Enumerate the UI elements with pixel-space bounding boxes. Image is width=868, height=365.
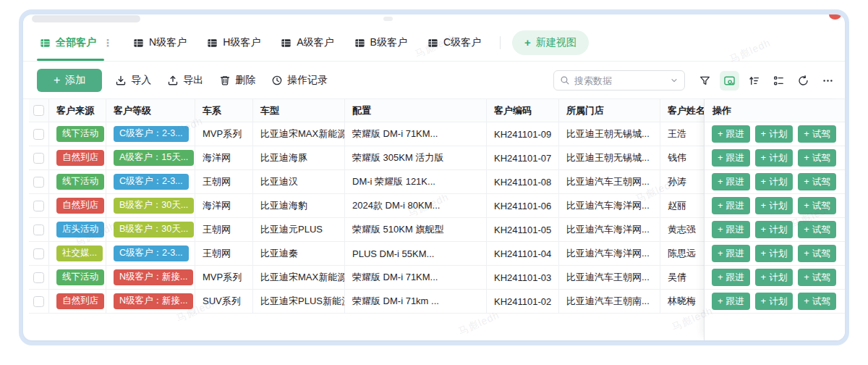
cell-source: 自然到店 <box>49 290 106 313</box>
row-checkbox[interactable] <box>29 266 49 289</box>
level-badge: B级客户：30天... <box>114 222 194 238</box>
cell-config: 2024款 DM-i 80KM... <box>345 194 487 217</box>
cell-config: 荣耀版 510KM 旗舰型 <box>345 218 487 241</box>
plan-button[interactable]: 计划 <box>755 269 793 286</box>
col-series: 车系 <box>195 99 253 122</box>
cell-config: 荣耀版 DM-i 71km ... <box>345 290 487 313</box>
plus-icon <box>718 248 723 259</box>
row-checkbox[interactable] <box>29 146 49 169</box>
group-button[interactable] <box>769 71 788 91</box>
delete-button[interactable]: 删除 <box>219 74 255 87</box>
test-drive-button[interactable]: 试驾 <box>798 173 836 190</box>
export-button[interactable]: 导出 <box>167 74 203 87</box>
cell-series: 海洋网 <box>195 146 253 169</box>
source-badge: 自然到店 <box>56 150 104 166</box>
row-checkbox[interactable] <box>29 170 49 193</box>
plus-icon <box>761 248 767 259</box>
cell-series: MVP系列 <box>195 122 253 146</box>
cell-code: KH241101-06 <box>487 194 559 217</box>
table-row[interactable]: 线下活动 N级客户：新接... MVP系列 比亚迪宋MAX新能源 荣耀版 DM-… <box>29 266 704 290</box>
test-drive-button[interactable]: 试驾 <box>798 221 836 238</box>
source-badge: 社交媒... <box>56 246 103 261</box>
ops-row: 跟进 计划 试驾 <box>705 122 845 146</box>
add-button[interactable]: 添加 <box>37 69 102 92</box>
table-row[interactable]: 自然到店 A级客户：15天... 海洋网 比亚迪海豚 荣耀版 305KM 活力版… <box>29 146 704 170</box>
cell-level: C级客户：2-3... <box>106 242 195 265</box>
refresh-icon <box>797 75 809 87</box>
export-icon <box>167 75 179 86</box>
select-all-checkbox[interactable] <box>29 99 49 122</box>
clock-icon <box>271 75 283 86</box>
history-button[interactable]: 操作记录 <box>271 74 328 87</box>
plan-button[interactable]: 计划 <box>755 197 793 214</box>
plan-button[interactable]: 计划 <box>755 125 793 143</box>
row-checkbox[interactable] <box>29 242 49 265</box>
hide-fields-button[interactable] <box>720 71 739 91</box>
new-view-button[interactable]: 新建视图 <box>512 30 589 55</box>
search-box[interactable] <box>553 70 685 91</box>
col-model: 车型 <box>253 99 345 122</box>
plan-button[interactable]: 计划 <box>755 245 793 262</box>
follow-up-button[interactable]: 跟进 <box>712 293 750 310</box>
tab-a-level[interactable]: A级客户 <box>273 25 341 61</box>
more-button[interactable] <box>818 71 838 91</box>
table-row[interactable]: 社交媒... C级客户：2-3... 王朝网 比亚迪秦 PLUS DM-i 55… <box>29 242 704 266</box>
filter-button[interactable] <box>695 71 715 91</box>
table-row[interactable]: 线下活动 C级客户：2-3... MVP系列 比亚迪宋MAX新能源 荣耀版 DM… <box>29 122 704 146</box>
tab-all-customers[interactable]: 全部客户 ⋮ <box>33 25 120 61</box>
test-drive-button[interactable]: 试驾 <box>798 197 836 214</box>
follow-up-button[interactable]: 跟进 <box>712 173 750 190</box>
follow-up-button[interactable]: 跟进 <box>712 197 750 214</box>
cell-source: 线下活动 <box>49 122 106 146</box>
tab-more-icon[interactable]: ⋮ <box>103 37 113 49</box>
follow-up-button[interactable]: 跟进 <box>712 149 750 167</box>
plan-button[interactable]: 计划 <box>755 173 793 190</box>
table-row[interactable]: 线下活动 C级客户：2-3... 王朝网 比亚迪汉 DM-i 荣耀版 121K.… <box>29 170 704 194</box>
table-row[interactable]: 自然到店 B级客户：30天... 海洋网 比亚迪海豹 2024款 DM-i 80… <box>29 194 704 218</box>
test-drive-button[interactable]: 试驾 <box>798 149 836 167</box>
refresh-button[interactable] <box>793 71 813 91</box>
cell-level: B级客户：30天... <box>106 194 195 217</box>
chevron-down-icon[interactable] <box>670 76 678 85</box>
follow-up-button[interactable]: 跟进 <box>712 221 750 238</box>
cell-name: 黄志强 <box>660 218 704 241</box>
row-checkbox[interactable] <box>29 194 49 217</box>
funnel-icon <box>699 75 711 87</box>
cell-series: MVP系列 <box>195 266 253 289</box>
row-checkbox[interactable] <box>29 290 49 313</box>
test-drive-button[interactable]: 试驾 <box>798 245 836 262</box>
level-badge: N级客户：新接... <box>114 293 193 309</box>
cell-name: 孙涛 <box>660 170 704 193</box>
tab-c-level[interactable]: C级客户 <box>420 25 488 61</box>
plus-icon <box>718 272 723 282</box>
view-tabbar: 全部客户 ⋮ N级客户 H级客户 A级客户 <box>23 25 845 62</box>
top-placeholder-pill <box>32 15 140 22</box>
test-drive-button[interactable]: 试驾 <box>798 293 836 310</box>
row-checkbox[interactable] <box>29 122 49 146</box>
tab-h-level[interactable]: H级客户 <box>200 25 268 61</box>
import-button[interactable]: 导入 <box>115 74 151 87</box>
search-input[interactable] <box>574 75 665 86</box>
cell-series: 王朝网 <box>195 242 253 265</box>
plan-button[interactable]: 计划 <box>755 293 793 310</box>
test-drive-button[interactable]: 试驾 <box>798 125 836 143</box>
tab-b-level[interactable]: B级客户 <box>347 25 414 61</box>
row-checkbox[interactable] <box>29 218 49 241</box>
table-row[interactable]: 自然到店 N级客户：新接... SUV系列 比亚迪宋PLUS新能源 荣耀版 DM… <box>29 290 704 314</box>
follow-up-button[interactable]: 跟进 <box>712 269 750 286</box>
sort-button[interactable] <box>744 71 764 91</box>
test-drive-button[interactable]: 试驾 <box>798 269 836 286</box>
import-icon <box>115 75 127 86</box>
cell-name: 王浩 <box>660 122 704 146</box>
follow-up-button[interactable]: 跟进 <box>712 125 750 143</box>
plan-button[interactable]: 计划 <box>755 221 793 238</box>
plus-icon <box>524 37 531 49</box>
plan-button[interactable]: 计划 <box>755 149 793 167</box>
page: 马彪ledh 马彪ledh 马彪ledh 马彪ledh 马彪ledh 马彪led… <box>0 0 868 365</box>
table-row[interactable]: 店头活动 B级客户：30天... 王朝网 比亚迪元PLUS 荣耀版 510KM … <box>29 218 704 242</box>
cell-source: 社交媒... <box>49 242 106 265</box>
cell-level: C级客户：2-3... <box>106 170 195 193</box>
tab-n-level[interactable]: N级客户 <box>126 25 194 61</box>
cell-code: KH241101-03 <box>487 266 559 289</box>
follow-up-button[interactable]: 跟进 <box>712 245 750 262</box>
